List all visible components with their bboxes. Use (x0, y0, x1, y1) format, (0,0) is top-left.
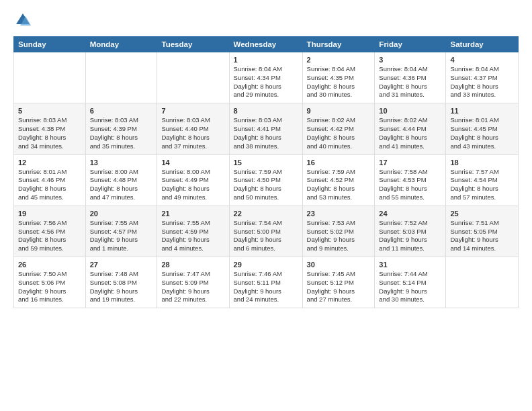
week-row-4: 26Sunrise: 7:50 AM Sunset: 5:06 PM Dayli… (14, 257, 519, 308)
day-header-tuesday: Tuesday (157, 37, 229, 52)
day-info: Sunrise: 7:53 AM Sunset: 5:02 PM Dayligh… (307, 219, 371, 253)
calendar-cell: 22Sunrise: 7:54 AM Sunset: 5:00 PM Dayli… (229, 205, 302, 257)
day-info: Sunrise: 7:44 AM Sunset: 5:14 PM Dayligh… (379, 270, 441, 304)
calendar-cell: 26Sunrise: 7:50 AM Sunset: 5:06 PM Dayli… (14, 257, 86, 308)
calendar-cell: 2Sunrise: 8:04 AM Sunset: 4:35 PM Daylig… (302, 52, 375, 103)
day-number: 20 (90, 210, 153, 218)
day-header-sunday: Sunday (14, 37, 86, 52)
day-info: Sunrise: 7:55 AM Sunset: 4:59 PM Dayligh… (161, 219, 224, 253)
calendar-cell: 18Sunrise: 7:57 AM Sunset: 4:54 PM Dayli… (446, 154, 519, 205)
day-info: Sunrise: 7:58 AM Sunset: 4:53 PM Dayligh… (379, 168, 441, 202)
calendar-cell: 27Sunrise: 7:48 AM Sunset: 5:08 PM Dayli… (85, 257, 157, 308)
calendar-cell: 21Sunrise: 7:55 AM Sunset: 4:59 PM Dayli… (157, 205, 229, 257)
calendar-cell: 7Sunrise: 8:03 AM Sunset: 4:40 PM Daylig… (157, 103, 229, 154)
day-number: 21 (161, 210, 224, 218)
calendar-cell (157, 52, 229, 103)
day-number: 28 (161, 261, 224, 269)
day-number: 24 (379, 210, 441, 218)
day-header-friday: Friday (375, 37, 446, 52)
calendar-cell: 30Sunrise: 7:45 AM Sunset: 5:12 PM Dayli… (302, 257, 375, 308)
day-number: 1 (234, 56, 298, 64)
day-header-monday: Monday (85, 37, 157, 52)
day-number: 30 (307, 261, 371, 269)
calendar-cell: 11Sunrise: 8:01 AM Sunset: 4:45 PM Dayli… (446, 103, 519, 154)
calendar-cell (446, 257, 519, 308)
day-number: 4 (450, 56, 514, 64)
day-number: 18 (450, 158, 514, 167)
day-info: Sunrise: 8:02 AM Sunset: 4:42 PM Dayligh… (307, 116, 371, 150)
day-number: 7 (161, 107, 224, 115)
day-header-thursday: Thursday (302, 37, 375, 52)
calendar: SundayMondayTuesdayWednesdayThursdayFrid… (13, 36, 519, 308)
day-number: 26 (18, 261, 81, 269)
week-row-3: 19Sunrise: 7:56 AM Sunset: 4:56 PM Dayli… (14, 205, 519, 257)
calendar-cell: 9Sunrise: 8:02 AM Sunset: 4:42 PM Daylig… (302, 103, 375, 154)
calendar-cell: 25Sunrise: 7:51 AM Sunset: 5:05 PM Dayli… (446, 205, 519, 257)
day-number: 5 (18, 107, 81, 115)
day-number: 11 (450, 107, 514, 115)
day-info: Sunrise: 7:55 AM Sunset: 4:57 PM Dayligh… (90, 219, 153, 253)
logo-icon (13, 11, 32, 30)
day-info: Sunrise: 8:04 AM Sunset: 4:37 PM Dayligh… (450, 65, 514, 99)
day-info: Sunrise: 7:59 AM Sunset: 4:52 PM Dayligh… (307, 168, 371, 202)
day-number: 14 (161, 158, 224, 167)
calendar-cell: 16Sunrise: 7:59 AM Sunset: 4:52 PM Dayli… (302, 154, 375, 205)
calendar-cell: 29Sunrise: 7:46 AM Sunset: 5:11 PM Dayli… (229, 257, 302, 308)
calendar-cell: 17Sunrise: 7:58 AM Sunset: 4:53 PM Dayli… (375, 154, 446, 205)
day-info: Sunrise: 7:48 AM Sunset: 5:08 PM Dayligh… (90, 270, 153, 304)
page: SundayMondayTuesdayWednesdayThursdayFrid… (0, 0, 532, 411)
day-number: 31 (379, 261, 441, 269)
day-info: Sunrise: 8:01 AM Sunset: 4:45 PM Dayligh… (450, 116, 514, 150)
day-info: Sunrise: 8:03 AM Sunset: 4:41 PM Dayligh… (234, 116, 298, 150)
calendar-cell: 6Sunrise: 8:03 AM Sunset: 4:39 PM Daylig… (85, 103, 157, 154)
week-row-0: 1Sunrise: 8:04 AM Sunset: 4:34 PM Daylig… (14, 52, 519, 103)
calendar-cell: 8Sunrise: 8:03 AM Sunset: 4:41 PM Daylig… (229, 103, 302, 154)
calendar-cell: 20Sunrise: 7:55 AM Sunset: 4:57 PM Dayli… (85, 205, 157, 257)
day-info: Sunrise: 7:56 AM Sunset: 4:56 PM Dayligh… (18, 219, 81, 253)
day-info: Sunrise: 7:45 AM Sunset: 5:12 PM Dayligh… (307, 270, 371, 304)
calendar-cell: 28Sunrise: 7:47 AM Sunset: 5:09 PM Dayli… (157, 257, 229, 308)
calendar-cell (85, 52, 157, 103)
calendar-cell: 5Sunrise: 8:03 AM Sunset: 4:38 PM Daylig… (14, 103, 86, 154)
day-info: Sunrise: 8:00 AM Sunset: 4:48 PM Dayligh… (90, 168, 153, 202)
day-number: 17 (379, 158, 441, 167)
calendar-cell: 4Sunrise: 8:04 AM Sunset: 4:37 PM Daylig… (446, 52, 519, 103)
calendar-cell: 14Sunrise: 8:00 AM Sunset: 4:49 PM Dayli… (157, 154, 229, 205)
day-info: Sunrise: 7:59 AM Sunset: 4:50 PM Dayligh… (234, 168, 298, 202)
day-number: 16 (307, 158, 371, 167)
day-number: 27 (90, 261, 153, 269)
day-info: Sunrise: 8:02 AM Sunset: 4:44 PM Dayligh… (379, 116, 441, 150)
day-info: Sunrise: 7:46 AM Sunset: 5:11 PM Dayligh… (234, 270, 298, 304)
day-info: Sunrise: 8:04 AM Sunset: 4:35 PM Dayligh… (307, 65, 371, 99)
day-number: 2 (307, 56, 371, 64)
calendar-cell: 31Sunrise: 7:44 AM Sunset: 5:14 PM Dayli… (375, 257, 446, 308)
calendar-cell: 19Sunrise: 7:56 AM Sunset: 4:56 PM Dayli… (14, 205, 86, 257)
day-number: 13 (90, 158, 153, 167)
calendar-cell: 12Sunrise: 8:01 AM Sunset: 4:46 PM Dayli… (14, 154, 86, 205)
day-number: 8 (234, 107, 298, 115)
day-number: 9 (307, 107, 371, 115)
calendar-cell: 15Sunrise: 7:59 AM Sunset: 4:50 PM Dayli… (229, 154, 302, 205)
day-number: 10 (379, 107, 441, 115)
calendar-cell: 3Sunrise: 8:04 AM Sunset: 4:36 PM Daylig… (375, 52, 446, 103)
calendar-cell: 10Sunrise: 8:02 AM Sunset: 4:44 PM Dayli… (375, 103, 446, 154)
day-info: Sunrise: 8:04 AM Sunset: 4:36 PM Dayligh… (379, 65, 441, 99)
calendar-cell: 23Sunrise: 7:53 AM Sunset: 5:02 PM Dayli… (302, 205, 375, 257)
day-info: Sunrise: 8:00 AM Sunset: 4:49 PM Dayligh… (161, 168, 224, 202)
day-info: Sunrise: 7:54 AM Sunset: 5:00 PM Dayligh… (234, 219, 298, 253)
header-row: SundayMondayTuesdayWednesdayThursdayFrid… (14, 37, 519, 52)
calendar-cell (14, 52, 86, 103)
day-info: Sunrise: 8:04 AM Sunset: 4:34 PM Dayligh… (234, 65, 298, 99)
day-info: Sunrise: 7:47 AM Sunset: 5:09 PM Dayligh… (161, 270, 224, 304)
day-info: Sunrise: 8:03 AM Sunset: 4:38 PM Dayligh… (18, 116, 81, 150)
day-info: Sunrise: 8:03 AM Sunset: 4:40 PM Dayligh… (161, 116, 224, 150)
day-header-saturday: Saturday (446, 37, 519, 52)
day-info: Sunrise: 7:51 AM Sunset: 5:05 PM Dayligh… (450, 219, 514, 253)
day-number: 6 (90, 107, 153, 115)
day-number: 22 (234, 210, 298, 218)
day-number: 19 (18, 210, 81, 218)
day-info: Sunrise: 7:57 AM Sunset: 4:54 PM Dayligh… (450, 168, 514, 202)
calendar-cell: 24Sunrise: 7:52 AM Sunset: 5:03 PM Dayli… (375, 205, 446, 257)
day-number: 23 (307, 210, 371, 218)
header (13, 11, 519, 30)
